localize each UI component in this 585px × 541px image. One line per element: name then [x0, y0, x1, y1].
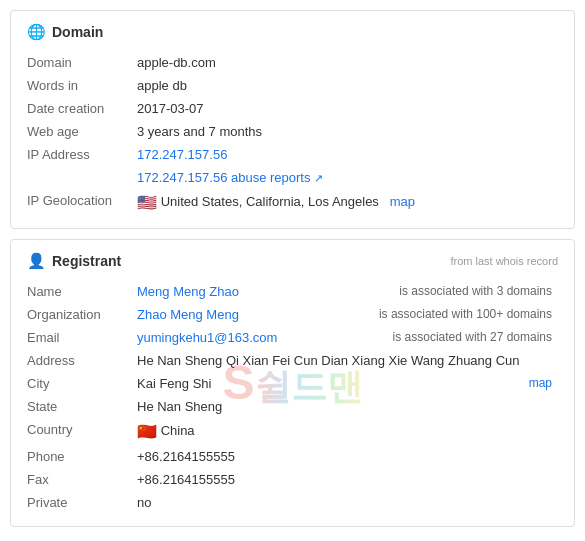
value-name[interactable]: Meng Meng Zhao — [137, 280, 353, 303]
assoc-organization: is associated with 100+ domains — [353, 303, 558, 326]
value-fax: +86.2164155555 — [137, 468, 558, 491]
value-state: He Nan Sheng — [137, 395, 558, 418]
label-name: Name — [27, 280, 137, 303]
table-row: IP Geolocation 🇺🇸 United States, Califor… — [27, 189, 558, 216]
label-fax: Fax — [27, 468, 137, 491]
us-flag: 🇺🇸 — [137, 194, 157, 211]
geo-text: United States, California, Los Angeles — [161, 194, 379, 209]
label-ip-address: IP Address — [27, 143, 137, 166]
label-address: Address — [27, 349, 137, 372]
from-whois-label: from last whois record — [450, 255, 558, 267]
value-ip-address[interactable]: 172.247.157.56 — [137, 143, 558, 166]
value-words-in: apple db — [137, 74, 558, 97]
ip-address-link[interactable]: 172.247.157.56 — [137, 147, 227, 162]
value-country: 🇨🇳 China — [137, 418, 558, 445]
value-domain: apple-db.com — [137, 51, 558, 74]
table-row: City Kai Feng Shi map — [27, 372, 558, 395]
value-ip-geo: 🇺🇸 United States, California, Los Angele… — [137, 189, 558, 216]
assoc-email: is associated with 27 domains — [353, 326, 558, 349]
label-private: Private — [27, 491, 137, 514]
table-row: Country 🇨🇳 China — [27, 418, 558, 445]
city-map-link[interactable]: map — [529, 376, 552, 390]
domain-section-title: 🌐 Domain — [27, 23, 558, 41]
table-row: Web age 3 years and 7 months — [27, 120, 558, 143]
table-row: Private no — [27, 491, 558, 514]
domain-title-text: Domain — [52, 24, 103, 40]
label-ip-geo: IP Geolocation — [27, 189, 137, 216]
value-web-age: 3 years and 7 months — [137, 120, 558, 143]
table-row: Domain apple-db.com — [27, 51, 558, 74]
value-address: He Nan Sheng Qi Xian Fei Cun Dian Xiang … — [137, 349, 558, 372]
table-row: 172.247.157.56 abuse reports — [27, 166, 558, 189]
registrant-title-text: Registrant — [52, 253, 121, 269]
domain-section: 🌐 Domain Domain apple-db.com Words in ap… — [10, 10, 575, 229]
value-abuse-reports[interactable]: 172.247.157.56 abuse reports — [137, 166, 558, 189]
value-private: no — [137, 491, 558, 514]
table-row: Words in apple db — [27, 74, 558, 97]
geo-map-link[interactable]: map — [390, 194, 415, 209]
label-phone: Phone — [27, 445, 137, 468]
table-row: IP Address 172.247.157.56 — [27, 143, 558, 166]
label-date-creation: Date creation — [27, 97, 137, 120]
table-row: Phone +86.2164155555 — [27, 445, 558, 468]
domain-icon: 🌐 — [27, 23, 46, 41]
table-row: Organization Zhao Meng Meng is associate… — [27, 303, 558, 326]
table-row: Address He Nan Sheng Qi Xian Fei Cun Dia… — [27, 349, 558, 372]
organization-link[interactable]: Zhao Meng Meng — [137, 307, 239, 322]
table-row: Date creation 2017-03-07 — [27, 97, 558, 120]
table-row: State He Nan Sheng — [27, 395, 558, 418]
registrant-section-title: 👤 Registrant — [27, 252, 121, 270]
assoc-name: is associated with 3 domains — [353, 280, 558, 303]
table-row: Name Meng Meng Zhao is associated with 3… — [27, 280, 558, 303]
registrant-icon: 👤 — [27, 252, 46, 270]
table-row: Email yumingkehu1@163.com is associated … — [27, 326, 558, 349]
value-date-creation: 2017-03-07 — [137, 97, 558, 120]
value-organization[interactable]: Zhao Meng Meng — [137, 303, 353, 326]
label-email: Email — [27, 326, 137, 349]
label-web-age: Web age — [27, 120, 137, 143]
label-country: Country — [27, 418, 137, 445]
domain-info-table: Domain apple-db.com Words in apple db Da… — [27, 51, 558, 216]
city-map[interactable]: map — [353, 372, 558, 395]
abuse-reports-link[interactable]: 172.247.157.56 abuse reports — [137, 170, 323, 185]
country-name: China — [161, 423, 195, 438]
value-city: Kai Feng Shi — [137, 372, 353, 395]
registrant-section: S쉴드맨 👤 Registrant from last whois record… — [10, 239, 575, 527]
value-phone: +86.2164155555 — [137, 445, 558, 468]
registrant-header: 👤 Registrant from last whois record — [27, 252, 558, 270]
value-email[interactable]: yumingkehu1@163.com — [137, 326, 353, 349]
label-domain: Domain — [27, 51, 137, 74]
label-state: State — [27, 395, 137, 418]
label-city: City — [27, 372, 137, 395]
label-words-in: Words in — [27, 74, 137, 97]
label-organization: Organization — [27, 303, 137, 326]
label-empty — [27, 166, 137, 189]
registrant-info-table: Name Meng Meng Zhao is associated with 3… — [27, 280, 558, 514]
email-link[interactable]: yumingkehu1@163.com — [137, 330, 277, 345]
china-flag: 🇨🇳 — [137, 423, 157, 440]
table-row: Fax +86.2164155555 — [27, 468, 558, 491]
name-link[interactable]: Meng Meng Zhao — [137, 284, 239, 299]
